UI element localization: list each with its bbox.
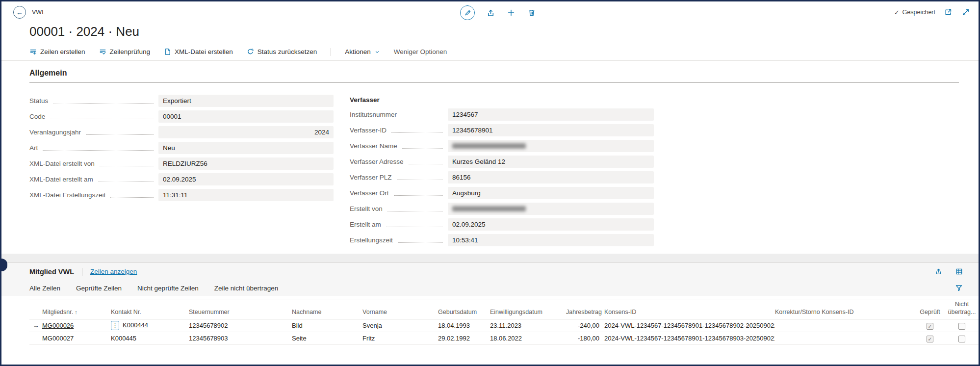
dotted-leader [391, 132, 443, 133]
column-header-vorname[interactable]: Vorname [362, 299, 438, 319]
delete-button[interactable] [527, 8, 537, 18]
view-filter[interactable]: Alle Zeilen [29, 285, 60, 292]
cell-mitgliedsnr[interactable]: MG000026 [42, 319, 111, 332]
column-header-kontakt_nr[interactable]: Kontakt Nr. [111, 299, 189, 319]
cell-einwilligungsdatum[interactable]: 18.06.2022 [490, 332, 566, 345]
cell-vorname[interactable]: Fritz [362, 332, 438, 345]
column-label: Kontakt Nr. [111, 309, 141, 315]
field-value[interactable]: 02.09.2025 [448, 218, 654, 231]
new-record-button[interactable] [506, 8, 516, 18]
expand-button[interactable] [961, 7, 971, 17]
cell-steuernummer[interactable]: 12345678902 [189, 319, 292, 332]
field-value[interactable]: Augsburg [448, 187, 654, 199]
cell-konsens_id[interactable]: 2024-VWL-1234567-12345678901-12345678903… [604, 332, 775, 345]
field-value[interactable]: 00001 [158, 110, 334, 123]
dotted-leader [386, 227, 443, 227]
action-zeilen-erstellen[interactable]: Zeilen erstellen [29, 48, 85, 55]
cell-einwilligungsdatum[interactable]: 23.11.2023 [490, 319, 566, 332]
cell-geburtsdatum[interactable]: 18.04.1993 [438, 319, 490, 332]
view-filter[interactable]: Geprüfte Zeilen [76, 285, 122, 292]
column-header-jahresbetrag[interactable]: Jahresbetrag [566, 299, 604, 319]
cell-mitgliedsnr[interactable]: MG000027 [42, 332, 111, 345]
cell-value-link[interactable]: MG000026 [42, 322, 74, 329]
filter-pane-button[interactable] [954, 283, 964, 293]
popout-icon [944, 8, 952, 16]
column-header-nicht_uebertragen[interactable]: Nicht übertrag... [945, 299, 979, 319]
dotted-leader [86, 134, 154, 135]
back-button[interactable]: ← [13, 6, 26, 19]
field-value[interactable]: 1234567 [448, 108, 654, 121]
action-xml-datei-erstellen[interactable]: XML-Datei erstellen [164, 48, 233, 55]
field-value[interactable] [448, 203, 654, 215]
field-row: Verfasser AdresseKurzes Geländ 12 [350, 154, 654, 169]
field-value[interactable]: Kurzes Geländ 12 [448, 156, 654, 168]
cell-nicht_uebertragen[interactable] [945, 332, 979, 345]
field-value[interactable] [448, 140, 654, 152]
cell-vorname[interactable]: Svenja [362, 319, 438, 332]
row-marker-cell: → [29, 319, 42, 332]
column-header-geprueft[interactable]: Geprüft [915, 299, 945, 319]
column-header-konsens_id[interactable]: Konsens-ID [604, 299, 775, 319]
table-row[interactable]: MG000027K00044512345678903SeiteFritz29.0… [29, 332, 979, 345]
edit-button[interactable] [460, 5, 475, 20]
action-weniger-optionen[interactable]: Weniger Optionen [394, 48, 447, 55]
field-value[interactable]: 11:31:11 [158, 189, 334, 201]
action-zeilenpruefung[interactable]: Zeilenprüfung [99, 48, 151, 55]
cell-konsens_id[interactable]: 2024-VWL-1234567-12345678901-12345678902… [604, 319, 775, 332]
field-value[interactable]: 02.09.2025 [158, 173, 334, 185]
field-value[interactable]: 10:53:41 [448, 234, 654, 246]
cell-nicht_uebertragen[interactable] [945, 319, 979, 332]
cell-nachname[interactable]: Bild [292, 319, 362, 332]
cell-jahresbetrag[interactable]: -180,00 [566, 332, 604, 345]
cell-nachname[interactable]: Seite [292, 332, 362, 345]
checkbox-unchecked[interactable] [958, 323, 965, 330]
field-label: Verfasser PLZ [350, 174, 392, 181]
cell-value-link[interactable]: K000444 [123, 321, 148, 329]
page-title: 00001 · 2024 · Neu [29, 24, 139, 39]
column-header-steuernummer[interactable]: Steuernummer [189, 299, 292, 319]
checkbox-checked[interactable]: ✓ [927, 336, 933, 342]
cell-korrektur_konsens_id[interactable] [775, 332, 915, 345]
cell-steuernummer[interactable]: 12345678903 [189, 332, 292, 345]
cell-kontakt_nr[interactable]: ⋮K000444 [111, 319, 189, 332]
action-aktionen-menu[interactable]: Aktionen [345, 48, 380, 55]
column-header-mitgliedsnr[interactable]: Mitgliedsnr. ↑ [42, 299, 111, 319]
cell-geburtsdatum[interactable]: 29.02.1992 [438, 332, 490, 345]
mitglied-vwl-part: Mitglied VWL Zeilen anzeigen Alle Zeilen… [1, 262, 979, 345]
action-status-zuruecksetzen[interactable]: Status zurücksetzen [247, 48, 317, 55]
view-filter[interactable]: Nicht geprüfte Zeilen [137, 285, 199, 292]
field-value[interactable]: 2024 [158, 126, 334, 138]
field-value[interactable]: RELDZIURZ56 [158, 157, 334, 170]
general-heading[interactable]: Allgemein [29, 69, 959, 83]
field-value[interactable]: Neu [158, 142, 334, 154]
checkbox-checked[interactable]: ✓ [927, 323, 933, 330]
cell-korrektur_konsens_id[interactable] [775, 319, 915, 332]
field-row: XML-Datei erstellt am02.09.2025 [29, 171, 334, 187]
action-bar-divider [331, 48, 331, 56]
zeilen-anzeigen-link[interactable]: Zeilen anzeigen [90, 268, 137, 275]
cell-geprueft[interactable]: ✓ [915, 332, 945, 345]
cell-context-menu-button[interactable]: ⋮ [111, 321, 119, 330]
checkbox-unchecked[interactable] [958, 336, 965, 342]
field-value[interactable]: 12345678901 [448, 124, 654, 136]
cell-geprueft[interactable]: ✓ [915, 319, 945, 332]
field-value[interactable]: Exportiert [158, 95, 334, 107]
general-section: Allgemein StatusExportiertCode00001Veran… [1, 61, 979, 254]
field-value[interactable]: 86156 [448, 171, 654, 183]
cell-jahresbetrag[interactable]: -240,00 [566, 319, 604, 332]
table-row[interactable]: →MG000026⋮K00044412345678902BildSvenja18… [29, 319, 979, 332]
field-label: Code [29, 113, 45, 120]
open-in-excel-button[interactable] [954, 267, 964, 277]
column-header-nachname[interactable]: Nachname [292, 299, 362, 319]
column-header-geburtsdatum[interactable]: Geburtsdatum [438, 299, 490, 319]
trash-icon [528, 9, 536, 17]
cell-kontakt_nr[interactable]: K000445 [111, 332, 189, 345]
view-filter[interactable]: Zeile nicht übertragen [214, 285, 279, 292]
column-header-einwilligungsdatum[interactable]: Einwilligungsdatum [490, 299, 566, 319]
share-button[interactable] [486, 8, 495, 18]
open-in-new-window-button[interactable] [943, 7, 953, 17]
part-share-button[interactable] [933, 267, 943, 277]
dotted-leader [387, 211, 443, 211]
verfasser-subheading: Verfasser [350, 93, 654, 106]
column-header-korrektur_konsens_id[interactable]: Korrektur/Storno Konsens-ID [775, 299, 915, 319]
